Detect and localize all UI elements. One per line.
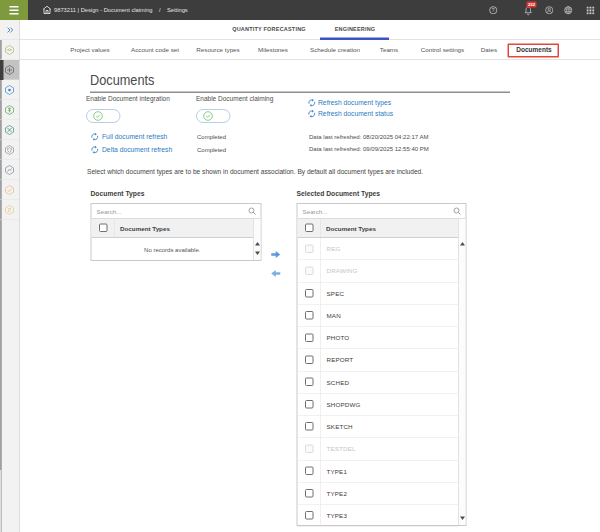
svg-text:?: ? [492, 7, 495, 13]
